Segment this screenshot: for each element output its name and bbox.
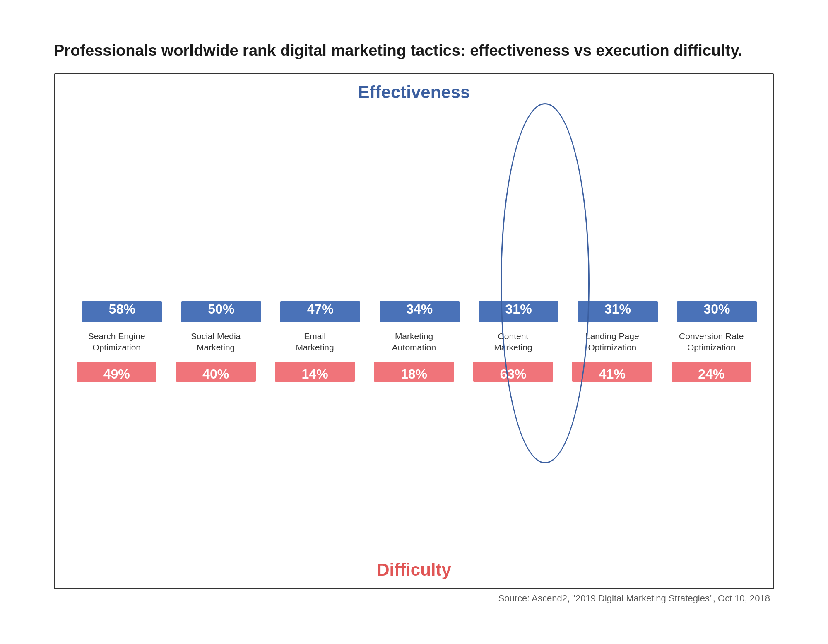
bar-value-blue: 47% (307, 301, 334, 317)
effectiveness-label: Effectiveness (71, 82, 757, 102)
blue-bar: 50% (181, 301, 261, 322)
red-bar: 18% (374, 362, 454, 382)
bar-value-blue: 30% (703, 301, 730, 317)
category-label: Social MediaMarketing (170, 325, 261, 358)
bar-value-blue: 50% (208, 301, 234, 317)
effectiveness-bar-group: 50% (170, 301, 261, 322)
effectiveness-bars-row: 58%50%47%34%31%31%30% (71, 106, 757, 322)
blue-bar: 30% (677, 301, 757, 322)
difficulty-bar-group: 49% (71, 362, 162, 382)
blue-bar: 31% (578, 301, 657, 322)
effectiveness-bar-group: 30% (666, 301, 757, 322)
category-label: MarketingAutomation (368, 325, 459, 358)
red-bar: 49% (77, 362, 156, 382)
category-label: ContentMarketing (468, 325, 558, 358)
bar-value-red: 63% (500, 367, 526, 382)
bar-value-red: 18% (401, 367, 427, 382)
blue-bar: 34% (380, 301, 460, 322)
difficulty-label: Difficulty (377, 560, 451, 580)
red-bar: 24% (672, 362, 751, 382)
bar-value-blue: 58% (109, 301, 135, 317)
bar-value-red: 41% (599, 367, 626, 382)
blue-bar: 47% (280, 301, 360, 322)
chart-wrapper: Effectiveness 58%50%47%34%31%31%30% Sear… (54, 73, 774, 589)
red-bar: 40% (176, 362, 256, 382)
bar-value-red: 24% (698, 367, 724, 382)
difficulty-bar-group: 24% (666, 362, 757, 382)
difficulty-bar-group: 63% (468, 362, 558, 382)
category-label: EmailMarketing (270, 325, 360, 358)
category-label: Landing PageOptimization (567, 325, 657, 358)
difficulty-bar-group: 40% (170, 362, 261, 382)
effectiveness-bar-group: 31% (567, 301, 657, 322)
page-title: Professionals worldwide rank digital mar… (54, 41, 774, 61)
category-labels-row: Search EngineOptimizationSocial MediaMar… (71, 325, 757, 358)
blue-bar: 58% (82, 301, 162, 322)
bar-value-blue: 34% (406, 301, 433, 317)
blue-bar: 31% (479, 301, 558, 322)
effectiveness-bar-group: 31% (468, 301, 558, 322)
effectiveness-bar-group: 58% (71, 301, 162, 322)
difficulty-bars-row: 49%40%14%18%63%41%24% (71, 362, 757, 552)
effectiveness-bar-group: 47% (270, 301, 360, 322)
bar-value-red: 14% (302, 367, 328, 382)
bar-value-blue: 31% (505, 301, 532, 317)
difficulty-bar-group: 18% (368, 362, 459, 382)
red-bar: 14% (275, 362, 355, 382)
effectiveness-bar-group: 34% (368, 301, 459, 322)
difficulty-bar-group: 41% (567, 362, 657, 382)
red-bar: 63% (473, 362, 553, 382)
category-label: Conversion RateOptimization (666, 325, 757, 358)
bar-value-red: 40% (202, 367, 229, 382)
page-container: Professionals worldwide rank digital mar… (29, 24, 799, 620)
source-line: Source: Ascend2, "2019 Digital Marketing… (54, 593, 774, 604)
bar-value-blue: 31% (604, 301, 631, 317)
category-label: Search EngineOptimization (71, 325, 162, 358)
bar-value-red: 49% (104, 367, 130, 382)
difficulty-bar-group: 14% (270, 362, 360, 382)
red-bar: 41% (572, 362, 652, 382)
